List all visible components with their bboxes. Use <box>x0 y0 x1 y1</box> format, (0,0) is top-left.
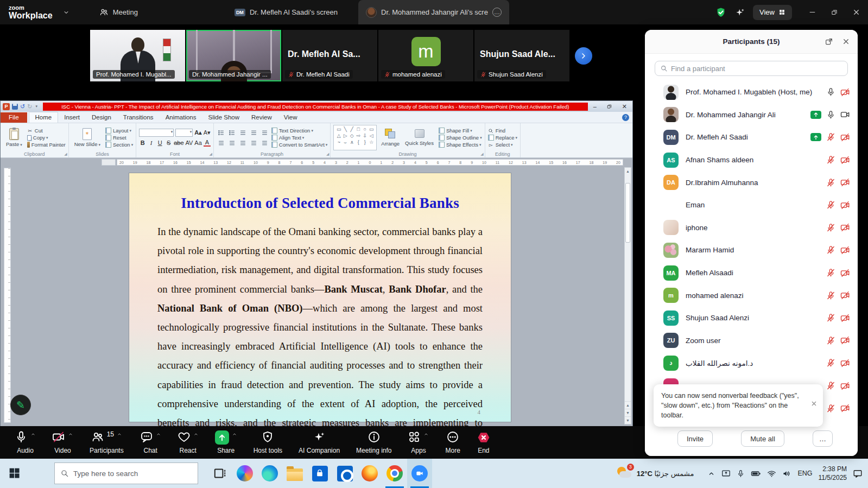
camera-off-icon[interactable] <box>840 268 850 278</box>
share-button[interactable]: Share <box>207 426 245 459</box>
ai-companion-button[interactable]: AI Companion <box>290 426 348 459</box>
view-button[interactable]: View <box>753 5 792 20</box>
chevron-up-icon[interactable] <box>232 432 237 437</box>
strikethrough-icon[interactable]: abe <box>174 140 183 146</box>
next-participants-page-button[interactable] <box>575 47 592 65</box>
meeting-info-button[interactable]: Meeting info <box>348 426 400 459</box>
menu-tab-design[interactable]: Design <box>86 112 117 123</box>
decrease-indent-icon[interactable] <box>239 129 246 136</box>
taskbar-clock[interactable]: 2:38 PM 11/5/2025 <box>819 465 847 482</box>
shape-glyph[interactable]: ╱ <box>351 126 353 132</box>
participants-button[interactable]: 15Participants <box>81 426 132 459</box>
shadow-icon[interactable]: S <box>165 140 172 146</box>
menu-tab-slide-show[interactable]: Slide Show <box>202 112 246 123</box>
chrome-icon[interactable] <box>382 459 407 488</box>
chevron-up-icon[interactable] <box>423 432 429 437</box>
host-tools-button[interactable]: Host tools <box>245 426 290 459</box>
camera-off-icon[interactable] <box>840 403 850 413</box>
battery-icon[interactable] <box>751 468 761 479</box>
participant-row-dr-mefleh-al-saadi[interactable]: DMDr. Mefleh Al Saadi <box>645 126 858 149</box>
audio-button[interactable]: Audio <box>7 426 44 459</box>
previous-slide-button[interactable]: ▲ <box>625 401 631 409</box>
menu-tab-view[interactable]: View <box>278 112 303 123</box>
participant-row-iphone[interactable]: iphone <box>645 217 858 239</box>
shape-glyph[interactable]: ○ <box>364 126 366 132</box>
copilot-icon[interactable] <box>232 459 257 488</box>
tab-jahangir-screen[interactable]: Dr. Mohammed Jahangir Ali's scre … <box>358 0 509 24</box>
shapes-gallery[interactable]: ▭╲╱□○▭△▷◇⇨⇩◁~⌣∧{}☆ <box>333 125 377 150</box>
participant-row-shujun-saad-alenzi[interactable]: SSShujun Saad Alenzi <box>645 307 858 329</box>
layout-button[interactable]: Layout▾ <box>105 128 133 134</box>
shape-glyph[interactable]: ▭ <box>369 126 374 132</box>
participant-row-prof-mohamed-i-mugableh-host-me[interactable]: Prof. Mohamed I. Mugableh (Host, me) <box>645 81 858 104</box>
camera-icon[interactable] <box>840 110 850 119</box>
muted-mic-icon[interactable] <box>826 178 835 187</box>
ppt-restore-button[interactable] <box>606 104 612 110</box>
shape-effects-button[interactable]: Shape Effects▾ <box>439 142 482 148</box>
tab-mefleh-screen[interactable]: DM Dr. Mefleh Al Saadi's screen <box>227 0 345 24</box>
file-explorer-icon[interactable] <box>282 459 307 488</box>
chevron-up-icon[interactable] <box>30 432 36 437</box>
mic-icon[interactable] <box>826 87 835 97</box>
paste-button[interactable]: Paste▾ <box>3 125 25 150</box>
menu-tab-transitions[interactable]: Transitions <box>117 112 160 123</box>
ai-sparkle-icon[interactable] <box>734 7 745 18</box>
shape-glyph[interactable]: ◇ <box>350 133 354 138</box>
numbering-icon[interactable] <box>229 129 236 136</box>
qat-dropdown-icon[interactable]: ▾ <box>35 104 37 109</box>
participant-row-afnan-shams-aldeen[interactable]: ASAfnan Shams aldeen <box>645 149 858 172</box>
ppt-minimize-button[interactable]: – <box>593 103 597 110</box>
more-options-button[interactable]: … <box>813 430 833 447</box>
close-panel-icon[interactable] <box>842 37 850 46</box>
select-button[interactable]: ▻Select▾ <box>488 142 517 148</box>
quick-styles-button[interactable]: Quick Styles <box>402 125 436 150</box>
muted-mic-icon[interactable] <box>826 132 835 142</box>
shape-glyph[interactable]: ∧ <box>350 140 354 145</box>
chat-button[interactable]: Chat <box>132 426 169 459</box>
participant-row-dr-ibrahim-almuhanna[interactable]: DADr.Ibrahim Almuhanna <box>645 171 858 194</box>
camera-off-icon[interactable] <box>840 178 850 187</box>
language-indicator[interactable]: ENG <box>797 470 812 477</box>
muted-mic-icon[interactable] <box>826 268 835 277</box>
camera-off-icon[interactable] <box>840 245 850 255</box>
change-case-icon[interactable]: Aa <box>194 140 201 146</box>
camera-off-icon[interactable] <box>840 200 850 210</box>
chevron-up-icon[interactable] <box>68 432 73 437</box>
muted-mic-icon[interactable] <box>826 200 835 210</box>
menu-tab-review[interactable]: Review <box>245 112 278 123</box>
firefox-icon[interactable] <box>357 459 382 488</box>
camera-off-icon[interactable] <box>840 87 850 97</box>
vertical-scrollbar[interactable]: ▲ ▲ ▼ ▼ <box>624 167 631 424</box>
shape-glyph[interactable]: } <box>364 140 366 145</box>
participant-row-mararm-hamid[interactable]: Mararm Hamid <box>645 239 858 262</box>
camera-off-icon[interactable] <box>840 381 850 391</box>
reset-button[interactable]: Reset <box>105 135 133 141</box>
char-spacing-icon[interactable]: AV <box>186 140 193 146</box>
replace-button[interactable]: Replace▾ <box>488 135 517 141</box>
muted-mic-icon[interactable] <box>826 245 835 255</box>
mic-icon[interactable] <box>826 110 835 119</box>
chevron-down-icon[interactable] <box>62 9 70 16</box>
shape-glyph[interactable]: ⇩ <box>363 133 368 138</box>
ppt-close-button[interactable]: ✕ <box>622 103 627 110</box>
cut-button[interactable]: ✂Cut <box>27 128 66 134</box>
arrange-button[interactable]: Arrange <box>378 125 402 150</box>
participant-row-eman[interactable]: Eman <box>645 194 858 217</box>
muted-mic-icon[interactable] <box>826 223 835 232</box>
camera-off-icon[interactable] <box>840 132 850 142</box>
outlook-icon[interactable] <box>332 459 357 488</box>
camera-off-icon[interactable] <box>840 335 850 345</box>
font-color-icon[interactable]: A <box>204 139 211 147</box>
font-name-select[interactable] <box>139 129 174 137</box>
video-tile-shujun-saad-alenzi[interactable]: Shujun Saad Ale...Shujun Saad Alenzi <box>474 30 569 81</box>
bold-icon[interactable]: B <box>139 140 146 146</box>
bullets-icon[interactable] <box>218 129 225 136</box>
next-slide-button[interactable]: ▼ <box>625 409 631 416</box>
shape-glyph[interactable]: ▷ <box>344 133 347 138</box>
taskbar-weather[interactable]: 3 12°C مشمس جزئيًا <box>616 466 694 481</box>
video-tile-dr-mohammed-jahangir[interactable]: Dr. Mohammed Jahangir ... <box>186 30 281 81</box>
participant-row-د-امونه-نصرالله-القلاب[interactable]: دد.امونه نصرالله القلاب <box>645 352 858 375</box>
font-size-select[interactable] <box>175 129 193 137</box>
line-spacing-icon[interactable] <box>261 129 268 136</box>
participant-row-dr-mohammed-jahangir-ali[interactable]: Dr. Mohammed Jahangir Ali <box>645 104 858 126</box>
